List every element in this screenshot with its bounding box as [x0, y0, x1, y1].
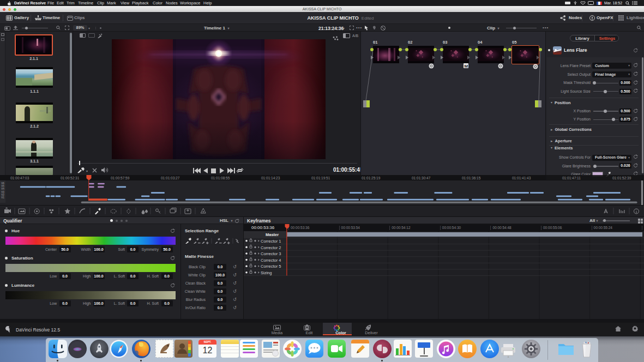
svg-text:Corrector 5: Corrector 5	[261, 264, 281, 269]
svg-text:Corrector 2: Corrector 2	[261, 245, 281, 250]
svg-text:M: M	[465, 64, 468, 69]
svg-text:Master: Master	[266, 232, 279, 237]
svg-text:Sizing: Sizing	[261, 270, 272, 275]
svg-text:Corrector 1: Corrector 1	[261, 239, 281, 244]
svg-text:Corrector 4: Corrector 4	[261, 258, 281, 263]
svg-text:Corrector 3: Corrector 3	[261, 251, 281, 256]
